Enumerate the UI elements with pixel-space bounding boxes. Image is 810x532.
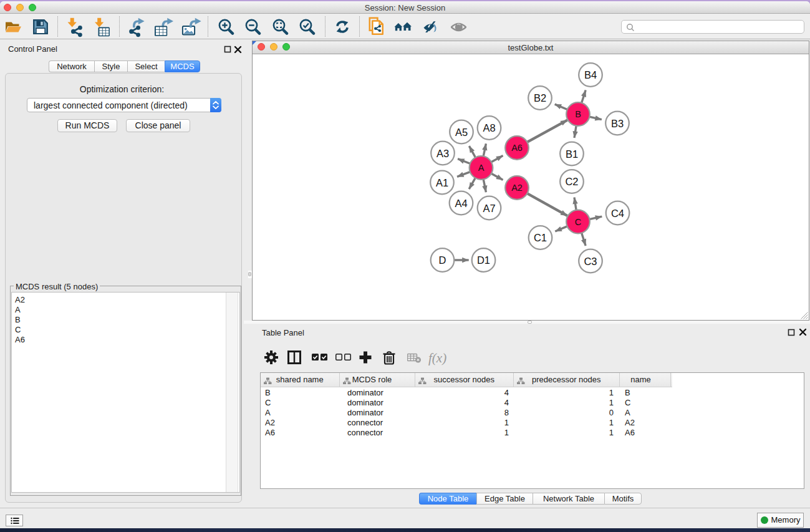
svg-text:A5: A5 xyxy=(455,127,468,138)
svg-text:A4: A4 xyxy=(455,198,467,209)
svg-text:A1: A1 xyxy=(436,177,448,188)
svg-text:A3: A3 xyxy=(436,148,449,159)
svg-text:A: A xyxy=(478,163,485,173)
svg-text:C4: C4 xyxy=(611,208,624,219)
svg-text:D1: D1 xyxy=(477,254,490,266)
svg-text:C: C xyxy=(575,217,581,227)
svg-text:A8: A8 xyxy=(483,122,495,133)
svg-text:A7: A7 xyxy=(483,203,495,214)
svg-text:B2: B2 xyxy=(534,92,546,104)
svg-text:C3: C3 xyxy=(584,256,597,267)
svg-text:B3: B3 xyxy=(611,118,624,129)
svg-text:B1: B1 xyxy=(566,148,578,160)
svg-text:B: B xyxy=(575,109,581,119)
svg-text:D: D xyxy=(439,254,446,266)
svg-text:C1: C1 xyxy=(534,232,547,243)
svg-text:C2: C2 xyxy=(565,176,578,187)
svg-text:A2: A2 xyxy=(511,183,523,193)
svg-text:B4: B4 xyxy=(584,69,597,80)
svg-text:A6: A6 xyxy=(511,143,523,153)
